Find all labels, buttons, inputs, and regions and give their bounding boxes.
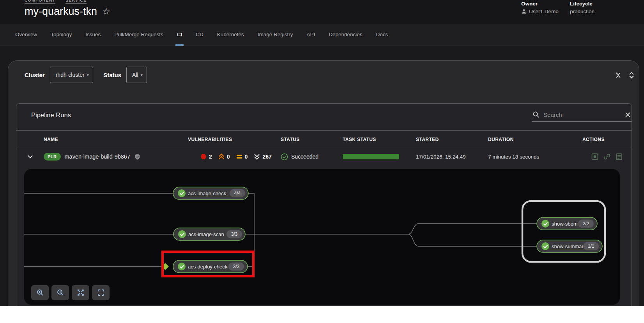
search-input[interactable] <box>543 111 621 118</box>
started-value: 17/01/2026, 15:24:49 <box>416 154 488 160</box>
close-icon[interactable] <box>625 112 631 118</box>
col-actions: ACTIONS <box>567 137 632 142</box>
tab-pull-merge-requests[interactable]: Pull/Merge Requests <box>113 24 165 46</box>
check-circle-icon <box>541 242 549 250</box>
owner-label: Owner <box>521 1 559 7</box>
low-vuln: 267 <box>254 154 271 160</box>
lifecycle-value: production <box>570 9 594 14</box>
pipeline-edges <box>24 193 537 267</box>
tab-cd[interactable]: CD <box>194 24 205 46</box>
pipeline-runs-card: Pipeline Runs <box>16 103 632 323</box>
svg-text:4/4: 4/4 <box>234 191 241 196</box>
cluster-select[interactable]: rhdh-cluster ▾ <box>50 67 93 83</box>
task-node-show-sbom[interactable]: show-sbom 2/2 <box>537 217 597 230</box>
output-icon[interactable] <box>591 153 599 161</box>
fit-to-screen-icon[interactable] <box>72 285 89 300</box>
tab-docs[interactable]: Docs <box>375 24 390 46</box>
svg-text:acs-image-scan: acs-image-scan <box>188 231 224 237</box>
plr-badge[interactable]: PLR <box>44 153 61 161</box>
important-vuln: 0 <box>218 154 230 160</box>
col-task-status: TASK STATUS <box>343 137 416 142</box>
duration-value: 7 minutes 18 seconds <box>488 154 567 160</box>
row-expand-chevron-icon[interactable] <box>16 155 44 159</box>
entity-tabs: Overview Topology Issues Pull/Merge Requ… <box>0 24 644 46</box>
table-header-row: NAME VULNERABILITIES STATUS TASK STATUS … <box>16 131 632 148</box>
moderate-severity-icon <box>236 154 242 160</box>
moderate-vuln: 0 <box>236 154 248 160</box>
search-icon <box>533 111 540 118</box>
breadcrumb: COMPONENT SERVICE <box>25 0 87 4</box>
link-icon[interactable] <box>603 153 611 161</box>
succeeded-check-icon <box>281 153 288 161</box>
task-node-acs-deploy-check[interactable]: acs-deploy-check 3/3 <box>173 260 248 273</box>
breadcrumb-component[interactable]: COMPONENT <box>25 0 55 4</box>
tab-kubernetes[interactable]: Kubernetes <box>216 24 246 46</box>
svg-text:show-sbom: show-sbom <box>552 221 577 227</box>
shield-icon <box>134 154 141 160</box>
status-label: Status <box>103 72 121 78</box>
col-name: NAME <box>44 137 188 142</box>
filter-row: Cluster rhdh-cluster ▾ Status All ▾ <box>8 61 639 85</box>
owner-value[interactable]: User1 Demo <box>529 9 559 14</box>
zoom-out-icon[interactable] <box>51 285 69 300</box>
check-circle-icon <box>178 263 186 270</box>
check-circle-icon <box>178 189 186 197</box>
pipeline-run-name[interactable]: maven-image-build-9b867 <box>65 154 130 160</box>
rhdh-ci-page: COMPONENT SERVICE my-quarkus-tkn ☆ Owner… <box>0 0 644 323</box>
app-header: COMPONENT SERVICE my-quarkus-tkn ☆ Owner… <box>0 0 644 24</box>
tab-topology[interactable]: Topology <box>49 24 73 46</box>
col-duration: DURATION <box>488 137 567 142</box>
svg-text:acs-image-check: acs-image-check <box>188 191 226 196</box>
tab-image-registry[interactable]: Image Registry <box>256 24 295 46</box>
tab-issues[interactable]: Issues <box>84 24 102 46</box>
person-icon <box>521 9 527 14</box>
task-node-acs-image-check[interactable]: acs-image-check 4/4 <box>173 187 248 199</box>
graph-controls <box>31 285 110 300</box>
low-severity-icon <box>254 154 260 160</box>
chevron-down-icon: ▾ <box>141 72 143 78</box>
expand-all-icon[interactable] <box>628 71 635 81</box>
ci-card: Cluster rhdh-cluster ▾ Status All ▾ <box>8 60 639 323</box>
status-value: Succeeded <box>291 154 318 160</box>
critical-severity-icon <box>200 154 207 160</box>
svg-text:3/3: 3/3 <box>231 231 238 237</box>
svg-text:1/1: 1/1 <box>588 244 594 249</box>
lifecycle-block: Lifecycle production <box>570 1 594 14</box>
favorite-star-icon[interactable]: ☆ <box>102 7 110 16</box>
breadcrumb-service[interactable]: SERVICE <box>65 0 87 4</box>
table-row: PLR maven-image-build-9b867 2 <box>16 148 632 165</box>
status-select[interactable]: All ▾ <box>126 67 147 83</box>
chevron-down-icon: ▾ <box>87 72 89 78</box>
svg-text:show-summary: show-summary <box>552 244 586 249</box>
actions-cell <box>567 153 632 161</box>
critical-vuln: 2 <box>200 154 212 160</box>
tab-dependencies[interactable]: Dependencies <box>327 24 364 46</box>
search-box <box>532 109 632 122</box>
svg-text:acs-deploy-check: acs-deploy-check <box>188 264 228 270</box>
vulnerabilities-cell: 2 0 0 267 <box>188 154 281 160</box>
svg-text:2/2: 2/2 <box>583 221 589 226</box>
important-severity-icon <box>218 154 225 160</box>
logs-icon[interactable] <box>615 153 623 161</box>
check-circle-icon <box>178 230 186 238</box>
pipeline-runs-table: NAME VULNERABILITIES STATUS TASK STATUS … <box>16 131 632 165</box>
check-circle-icon <box>541 220 549 228</box>
collapse-all-icon[interactable] <box>615 71 622 81</box>
owner-block: Owner User1 Demo <box>521 1 559 14</box>
task-node-show-summary[interactable]: show-summary 1/1 <box>537 240 602 252</box>
pipeline-visualization[interactable]: acs-image-check 4/4 acs-image-scan 3/3 <box>24 169 620 305</box>
col-vulnerabilities: VULNERABILITIES <box>188 137 281 142</box>
tab-overview[interactable]: Overview <box>14 24 39 46</box>
page-title: my-quarkus-tkn <box>25 5 97 18</box>
col-status: STATUS <box>281 137 343 142</box>
zoom-in-icon[interactable] <box>31 285 49 300</box>
pipeline-runs-title: Pipeline Runs <box>31 109 71 119</box>
bottom-white-band <box>0 306 644 323</box>
task-status-bar <box>343 154 399 159</box>
col-started: STARTED <box>416 137 488 142</box>
svg-text:3/3: 3/3 <box>233 264 240 269</box>
reset-view-icon[interactable] <box>92 285 110 300</box>
tab-api[interactable]: API <box>305 24 317 46</box>
task-node-acs-image-scan[interactable]: acs-image-scan 3/3 <box>173 228 245 240</box>
tab-ci[interactable]: CI <box>175 24 184 46</box>
